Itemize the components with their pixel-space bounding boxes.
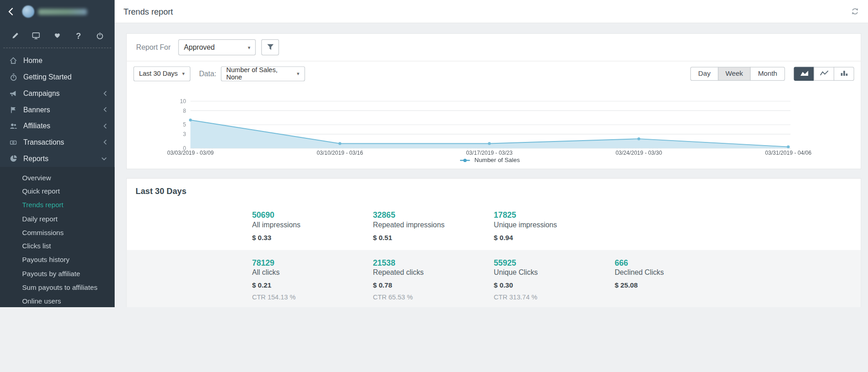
chart-type-line-button[interactable] bbox=[814, 67, 834, 80]
data-series-select[interactable]: Number of Sales, None ▾ bbox=[221, 66, 305, 81]
caret-down-icon: ▾ bbox=[297, 71, 299, 76]
power-icon[interactable] bbox=[94, 30, 105, 41]
stat-value: 666 bbox=[614, 258, 736, 267]
stat-money: $ 0.30 bbox=[494, 282, 615, 289]
sidebar-item-sum-payouts[interactable]: Sum payouts to affiliates bbox=[0, 281, 115, 294]
sidebar-item-reports[interactable]: Reports bbox=[0, 151, 115, 167]
stat-money: $ 0.33 bbox=[252, 234, 373, 242]
stat-money: $ 25.08 bbox=[614, 282, 736, 289]
trend-chart-area: 10853003/03/2019 - 03/0903/10/2019 - 03/… bbox=[127, 86, 862, 169]
stat-money: $ 0.51 bbox=[373, 234, 494, 242]
sidebar-item-label: Campaigns bbox=[23, 89, 60, 97]
cash-icon bbox=[9, 139, 17, 146]
topbar: Trends report bbox=[115, 0, 868, 23]
caret-down-icon: ▾ bbox=[248, 45, 250, 50]
heart-icon[interactable] bbox=[52, 30, 63, 41]
sidebar-item-banners[interactable]: Banners bbox=[0, 101, 115, 118]
chevron-left-icon bbox=[104, 90, 107, 96]
chart-legend: Number of Sales bbox=[191, 157, 789, 164]
sidebar-item-daily-report[interactable]: Daily report bbox=[0, 212, 115, 226]
main-menu: Home Getting Started Campaigns bbox=[0, 52, 115, 167]
stat-money: $ 0.78 bbox=[373, 282, 494, 289]
report-for-value: Approved bbox=[184, 43, 214, 52]
stat-all-clicks: 78129 All clicks $ 0.21 CTR 154.13 % bbox=[252, 257, 373, 301]
chart-type-bar-button[interactable] bbox=[834, 67, 854, 80]
svg-text:3: 3 bbox=[183, 131, 186, 137]
filter-button[interactable] bbox=[261, 39, 279, 55]
sidebar-item-getting-started[interactable]: Getting Started bbox=[0, 69, 115, 85]
caret-down-icon: ▾ bbox=[182, 71, 185, 76]
sidebar-item-label: Getting Started bbox=[23, 73, 72, 81]
sidebar-item-campaigns[interactable]: Campaigns bbox=[0, 85, 115, 102]
svg-text:8: 8 bbox=[183, 108, 186, 114]
sidebar-item-overview[interactable]: Overview bbox=[0, 171, 115, 185]
stopwatch-icon bbox=[9, 73, 17, 81]
sidebar-item-quick-report[interactable]: Quick report bbox=[0, 185, 115, 199]
chevron-left-icon bbox=[104, 107, 107, 112]
refresh-icon[interactable] bbox=[851, 7, 859, 16]
report-filter-panel: Report For Approved ▾ Last 30 Days ▾ Dat… bbox=[126, 33, 861, 169]
stat-all-impressions: 50690 All impressions $ 0.33 bbox=[252, 210, 373, 241]
sidebar-item-label: Reports bbox=[23, 154, 48, 162]
sidebar-item-commissions[interactable]: Commissions bbox=[0, 226, 115, 240]
stat-ctr: CTR 65.53 % bbox=[373, 293, 494, 301]
stat-label: Declined Clicks bbox=[614, 268, 736, 277]
period-week-button[interactable]: Week bbox=[718, 67, 751, 80]
chevron-left-icon bbox=[104, 123, 107, 129]
sidebar-item-transactions[interactable]: Transactions bbox=[0, 134, 115, 151]
chart-toolbar: Last 30 Days ▾ Data: Number of Sales, No… bbox=[127, 62, 861, 86]
svg-text:03/03/2019 - 03/09: 03/03/2019 - 03/09 bbox=[167, 150, 214, 156]
sidebar-divider bbox=[3, 47, 111, 48]
chevron-left-icon bbox=[104, 140, 107, 145]
stat-ctr: CTR 154.13 % bbox=[252, 293, 373, 301]
stat-value: 50690 bbox=[252, 211, 373, 220]
stat-value: 21538 bbox=[373, 258, 494, 267]
sidebar-item-home[interactable]: Home bbox=[0, 52, 115, 69]
funnel-icon bbox=[267, 42, 274, 52]
stat-label: All clicks bbox=[252, 268, 373, 277]
help-icon[interactable]: ? bbox=[73, 30, 84, 41]
sidebar-item-label: Transactions bbox=[23, 138, 64, 147]
stats-panel: Last 30 Days 50690 All impressions $ 0.3… bbox=[126, 178, 861, 307]
stat-value: 17825 bbox=[494, 211, 615, 220]
pencil-icon[interactable] bbox=[10, 30, 21, 41]
pie-chart-icon bbox=[9, 154, 17, 162]
stats-row-impressions: 50690 All impressions $ 0.33 32865 Repea… bbox=[127, 202, 861, 250]
stat-declined-clicks: 666 Declined Clicks $ 25.08 bbox=[614, 257, 736, 301]
stat-label: Repeated clicks bbox=[373, 268, 494, 277]
period-toggle-group: Day Week Month bbox=[690, 67, 785, 80]
period-month-button[interactable]: Month bbox=[750, 67, 785, 80]
sidebar-item-affiliates[interactable]: Affiliates bbox=[0, 118, 115, 134]
date-range-value: Last 30 Days bbox=[139, 70, 178, 78]
stats-header: Last 30 Days bbox=[127, 178, 861, 202]
page-title: Trends report bbox=[123, 7, 173, 16]
svg-text:03/10/2019 - 03/16: 03/10/2019 - 03/16 bbox=[317, 150, 363, 156]
app-logo bbox=[22, 5, 87, 18]
legend-label: Number of Sales bbox=[475, 157, 520, 163]
sidebar-item-payouts-history[interactable]: Payouts history bbox=[0, 253, 115, 267]
stat-money: $ 0.94 bbox=[494, 234, 615, 242]
svg-text:10: 10 bbox=[180, 98, 186, 105]
stat-label: All impressions bbox=[252, 220, 373, 229]
stat-repeated-impressions: 32865 Repeated impressions $ 0.51 bbox=[373, 210, 494, 241]
stat-unique-clicks: 55925 Unique Clicks $ 0.30 CTR 313.74 % bbox=[494, 257, 615, 301]
collapse-sidebar-icon[interactable] bbox=[7, 7, 17, 17]
monitor-icon[interactable] bbox=[31, 30, 42, 41]
stat-value: 78129 bbox=[252, 258, 373, 267]
stat-value: 55925 bbox=[494, 258, 615, 267]
report-for-select[interactable]: Approved ▾ bbox=[178, 39, 256, 55]
stat-money: $ 0.21 bbox=[252, 282, 373, 289]
report-for-row: Report For Approved ▾ bbox=[127, 34, 861, 62]
sidebar-item-clicks-list[interactable]: Clicks list bbox=[0, 240, 115, 253]
area-chart-icon bbox=[799, 69, 808, 78]
chart-type-area-button[interactable] bbox=[794, 67, 815, 80]
period-day-button[interactable]: Day bbox=[690, 67, 718, 80]
sidebar-item-payouts-by-affiliate[interactable]: Payouts by affiliate bbox=[0, 267, 115, 281]
app-window: ? Home Getting Started bbox=[0, 0, 868, 307]
legend-marker-icon bbox=[460, 157, 470, 164]
sidebar-item-label: Home bbox=[23, 57, 42, 65]
stat-ctr: CTR 313.74 % bbox=[494, 293, 615, 301]
sidebar-item-online-users[interactable]: Online users bbox=[0, 294, 115, 307]
date-range-select[interactable]: Last 30 Days ▾ bbox=[133, 66, 190, 81]
sidebar-item-trends-report[interactable]: Trends report bbox=[0, 199, 115, 212]
